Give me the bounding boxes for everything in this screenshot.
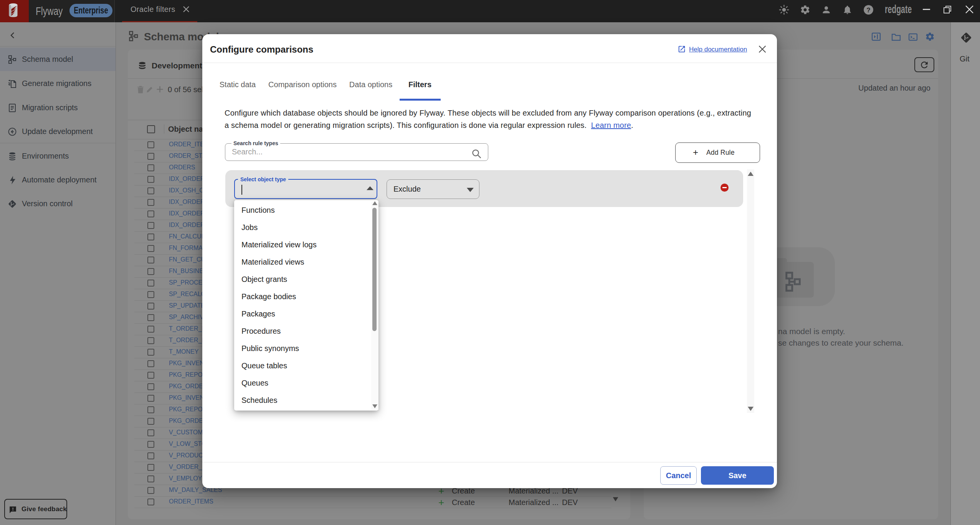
svg-text:?: ? bbox=[866, 7, 870, 14]
